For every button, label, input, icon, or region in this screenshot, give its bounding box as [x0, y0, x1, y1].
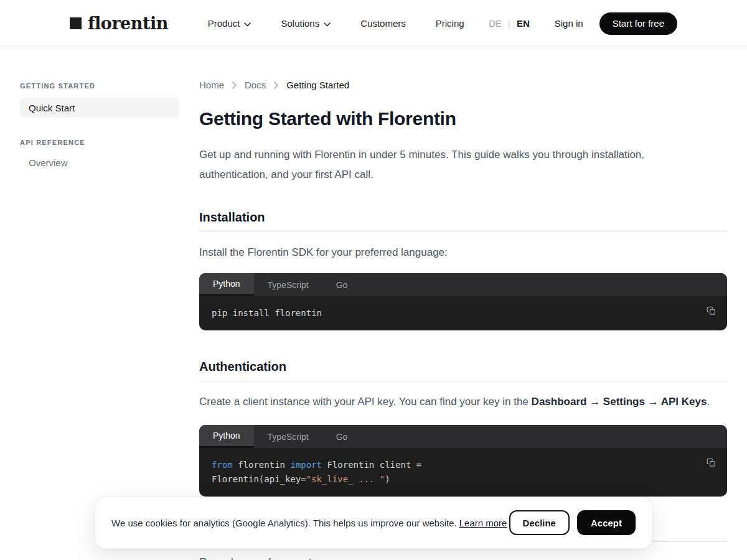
brand-logo-mark	[70, 17, 82, 29]
primary-nav: Product Solutions Customers Pricing	[208, 18, 464, 29]
sidebar-item-quick-start[interactable]: Quick Start	[20, 98, 179, 118]
page-layout: GETTING STARTED Quick Start API REFERENC…	[0, 47, 747, 560]
navbar-right: DE | EN Sign in Start for free	[489, 12, 677, 35]
section-heading-authentication: Authentication	[199, 359, 727, 381]
chevron-down-icon	[324, 18, 331, 29]
code-token-keyword: from	[212, 460, 233, 470]
cookie-accept-button[interactable]: Accept	[577, 510, 636, 535]
copy-icon	[707, 308, 716, 317]
copy-icon	[707, 460, 716, 469]
cookie-banner: We use cookies for analytics (Google Ana…	[95, 497, 652, 549]
code-token: Florentin(api_key=	[212, 474, 306, 484]
nav-item-label: Customers	[360, 18, 406, 29]
code-tab-python[interactable]: Python	[199, 273, 254, 296]
code-token: florentin	[233, 460, 291, 470]
cookie-message: We use cookies for analytics (Google Ana…	[111, 518, 507, 528]
intro-paragraph: Get up and running with Florentin in und…	[199, 145, 697, 185]
code-tab-python[interactable]: Python	[199, 425, 254, 448]
nav-item-label: Product	[208, 18, 240, 29]
sidebar-section-api-reference: API REFERENCE	[20, 139, 179, 146]
code-block-install: Python TypeScript Go pip install florent…	[199, 273, 727, 330]
code-tab-bar: Python TypeScript Go	[199, 273, 727, 296]
code-tab-typescript[interactable]: TypeScript	[254, 273, 322, 296]
breadcrumb-current: Getting Started	[286, 80, 349, 90]
code-body: from florentin import Florentin client =…	[199, 448, 727, 497]
sidebar-item-label: Overview	[29, 157, 68, 168]
breadcrumb-home[interactable]: Home	[199, 80, 224, 90]
nav-item-customers[interactable]: Customers	[360, 18, 406, 29]
code-line: Florentin(api_key="sk_live_ ... ")	[212, 472, 715, 487]
language-divider: |	[508, 18, 510, 29]
code-token-keyword: import	[290, 460, 322, 470]
cookie-message-text: We use cookies for analytics (Google Ana…	[111, 518, 457, 528]
navbar: florentin Product Solutions Customers Pr…	[0, 0, 747, 47]
sign-in-link[interactable]: Sign in	[555, 18, 583, 29]
cookie-decline-button[interactable]: Decline	[509, 510, 570, 535]
nav-item-pricing[interactable]: Pricing	[436, 18, 464, 29]
code-token: )	[385, 474, 390, 484]
chevron-right-icon	[274, 82, 278, 89]
copy-button[interactable]	[705, 305, 717, 319]
copy-button[interactable]	[705, 457, 717, 470]
code-tab-go[interactable]: Go	[322, 425, 362, 448]
authentication-paragraph: Create a client instance with your API k…	[199, 394, 727, 410]
installation-paragraph: Install the Florentin SDK for your prefe…	[199, 245, 727, 261]
code-tab-typescript[interactable]: TypeScript	[254, 425, 322, 448]
language-option-en[interactable]: EN	[517, 18, 530, 29]
cookie-learn-more-link[interactable]: Learn more	[459, 518, 507, 528]
code-line: from florentin import Florentin client =	[212, 458, 715, 472]
chevron-right-icon	[232, 82, 237, 89]
docs-main: Home Docs Getting Started Getting Starte…	[199, 47, 727, 560]
dashboard-path-text: Dashboard → Settings → API Keys	[532, 396, 707, 408]
language-option-de[interactable]: DE	[489, 18, 502, 29]
chevron-down-icon	[244, 18, 251, 29]
nav-item-label: Pricing	[436, 18, 464, 29]
code-block-auth: Python TypeScript Go from florentin impo…	[199, 425, 727, 497]
code-tab-bar: Python TypeScript Go	[199, 425, 727, 448]
brand-logo-text: florentin	[88, 14, 168, 33]
code-line: pip install florentin	[212, 306, 715, 320]
code-token: Florentin client =	[322, 460, 421, 470]
start-for-free-button[interactable]: Start for free	[599, 12, 677, 35]
nav-item-label: Solutions	[281, 18, 319, 29]
breadcrumb-docs[interactable]: Docs	[245, 80, 266, 90]
code-tab-go[interactable]: Go	[322, 273, 362, 296]
brand-logo[interactable]: florentin	[70, 14, 168, 33]
code-token-string: "sk_live_ ... "	[306, 474, 385, 484]
nav-item-product[interactable]: Product	[208, 18, 251, 29]
code-body: pip install florentin	[199, 296, 727, 330]
usage-paragraph: Record usage for a customer:	[199, 554, 727, 560]
authentication-text-suffix: .	[707, 396, 710, 408]
cookie-actions: Decline Accept	[509, 510, 636, 535]
nav-item-solutions[interactable]: Solutions	[281, 18, 331, 29]
sidebar-section-getting-started: GETTING STARTED	[20, 82, 179, 90]
docs-sidebar: GETTING STARTED Quick Start API REFERENC…	[20, 47, 179, 560]
breadcrumb: Home Docs Getting Started	[199, 80, 727, 90]
page-title: Getting Started with Florentin	[199, 106, 727, 131]
language-switcher: DE | EN	[489, 18, 530, 29]
authentication-text: Create a client instance with your API k…	[199, 396, 532, 408]
sidebar-item-overview[interactable]: Overview	[20, 157, 179, 168]
sidebar-item-label: Quick Start	[29, 103, 75, 113]
section-heading-installation: Installation	[199, 210, 727, 232]
